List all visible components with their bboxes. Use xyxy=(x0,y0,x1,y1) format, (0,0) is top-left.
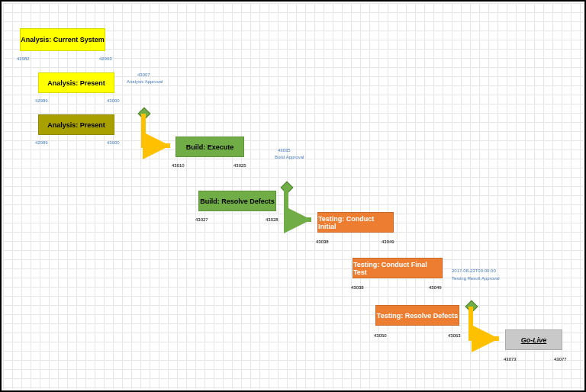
start-date: 43010 xyxy=(172,163,185,168)
step-testing-resolve[interactable]: Testing: Resolve Defects xyxy=(375,305,459,326)
step-go-live[interactable]: Go-Live xyxy=(505,329,562,350)
start-date: 43050 xyxy=(374,333,387,338)
end-date: 43000 xyxy=(107,140,120,145)
step-analysis-current[interactable]: Analysis: Current System xyxy=(20,28,105,51)
step-label: Testing: Conduct Final Test xyxy=(353,261,442,276)
start-date: 42989 xyxy=(35,98,48,103)
milestone-date: 2017-08-23T00:00:00 xyxy=(452,268,496,273)
start-date: 43038 xyxy=(316,239,329,244)
step-label: Build: Execute xyxy=(186,143,234,151)
end-date: 43000 xyxy=(107,98,120,103)
end-date: 42993 xyxy=(99,56,112,61)
start-date: 42982 xyxy=(17,56,30,61)
step-analysis-present-2[interactable]: Analysis: Present xyxy=(38,114,114,135)
step-testing-initial[interactable]: Testing: Conduct Initial xyxy=(317,212,394,233)
step-label: Testing: Conduct Initial xyxy=(318,215,393,230)
step-build-execute[interactable]: Build: Execute xyxy=(175,137,244,157)
step-label: Testing: Resolve Defects xyxy=(377,312,458,320)
milestone-label: Build Approval xyxy=(275,155,304,159)
step-build-resolve[interactable]: Build: Resolve Defects xyxy=(198,191,276,211)
start-date: 43027 xyxy=(195,217,208,222)
step-label: Analysis: Present xyxy=(47,121,105,129)
end-date: 43028 xyxy=(266,217,279,222)
milestone-label: Analysis Approval xyxy=(127,79,163,84)
step-label: Go-Live xyxy=(521,336,547,344)
milestone-date: 43035 xyxy=(278,148,291,153)
milestone-date: 43007 xyxy=(137,72,150,77)
end-date: 43077 xyxy=(554,357,567,361)
step-testing-final[interactable]: Testing: Conduct Final Test xyxy=(353,258,443,278)
end-date: 43049 xyxy=(382,239,394,244)
end-date: 43063 xyxy=(448,333,461,338)
step-analysis-present-1[interactable]: Analysis: Present xyxy=(38,72,114,93)
milestone-label: Testing Result Approval xyxy=(452,276,500,281)
end-date: 43025 xyxy=(233,163,246,168)
step-label: Build: Resolve Defects xyxy=(200,198,275,205)
start-date: 43038 xyxy=(351,285,364,290)
step-label: Analysis: Present xyxy=(47,79,105,87)
step-label: Analysis: Current System xyxy=(21,36,105,43)
start-date: 42989 xyxy=(35,140,48,145)
start-date: 43073 xyxy=(504,357,517,361)
end-date: 43049 xyxy=(429,285,442,290)
